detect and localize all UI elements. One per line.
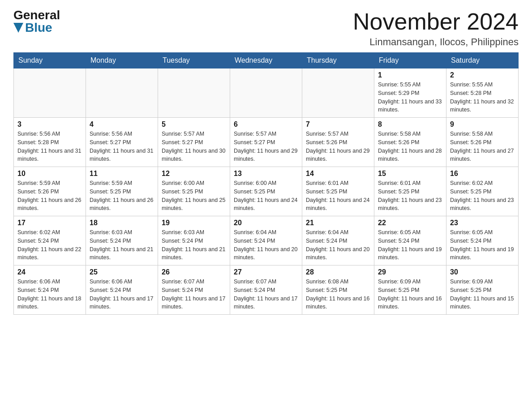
calendar-cell: 21Sunrise: 6:04 AMSunset: 5:24 PMDayligh… — [302, 216, 374, 265]
month-year-title: November 2024 — [353, 9, 519, 34]
svg-marker-0 — [13, 23, 23, 33]
calendar-cell: 6Sunrise: 5:57 AMSunset: 5:27 PMDaylight… — [230, 118, 302, 167]
calendar-cell: 3Sunrise: 5:56 AMSunset: 5:28 PMDaylight… — [14, 118, 86, 167]
day-info: Sunrise: 5:57 AMSunset: 5:26 PMDaylight:… — [306, 130, 370, 163]
weekday-header-monday: Monday — [86, 53, 158, 68]
calendar-cell: 17Sunrise: 6:02 AMSunset: 5:24 PMDayligh… — [14, 216, 86, 265]
weekday-header-thursday: Thursday — [302, 53, 374, 68]
day-info: Sunrise: 6:01 AMSunset: 5:25 PMDaylight:… — [306, 179, 370, 213]
day-number: 6 — [234, 120, 298, 128]
day-number: 5 — [162, 120, 226, 128]
calendar-cell: 8Sunrise: 5:58 AMSunset: 5:26 PMDaylight… — [374, 118, 446, 167]
logo-blue-text: Blue — [25, 21, 52, 34]
day-number: 26 — [162, 268, 226, 276]
logo: General Blue — [13, 9, 60, 34]
calendar-table: SundayMondayTuesdayWednesdayThursdayFrid… — [13, 52, 519, 315]
calendar-cell: 4Sunrise: 5:56 AMSunset: 5:27 PMDaylight… — [86, 118, 158, 167]
day-number: 20 — [234, 219, 298, 227]
calendar-cell: 9Sunrise: 5:58 AMSunset: 5:26 PMDaylight… — [446, 118, 519, 167]
day-number: 9 — [450, 120, 515, 128]
calendar-cell: 20Sunrise: 6:04 AMSunset: 5:24 PMDayligh… — [230, 216, 302, 265]
calendar-cell — [86, 68, 158, 118]
day-info: Sunrise: 5:58 AMSunset: 5:26 PMDaylight:… — [450, 130, 515, 163]
calendar-week-row: 17Sunrise: 6:02 AMSunset: 5:24 PMDayligh… — [14, 216, 519, 265]
calendar-cell — [158, 68, 230, 118]
calendar-cell: 19Sunrise: 6:03 AMSunset: 5:24 PMDayligh… — [158, 216, 230, 265]
weekday-header-saturday: Saturday — [446, 53, 519, 68]
day-number: 1 — [378, 71, 442, 79]
day-number: 15 — [378, 170, 442, 178]
day-info: Sunrise: 6:06 AMSunset: 5:24 PMDaylight:… — [17, 278, 82, 311]
weekday-header-sunday: Sunday — [14, 53, 86, 68]
calendar-cell — [14, 68, 86, 118]
calendar-week-row: 10Sunrise: 5:59 AMSunset: 5:26 PMDayligh… — [14, 167, 519, 216]
day-info: Sunrise: 6:07 AMSunset: 5:24 PMDaylight:… — [234, 278, 298, 311]
page-header: General Blue November 2024 Linmansangan,… — [13, 9, 519, 48]
weekday-header-tuesday: Tuesday — [158, 53, 230, 68]
day-info: Sunrise: 5:57 AMSunset: 5:27 PMDaylight:… — [162, 130, 226, 163]
day-info: Sunrise: 6:07 AMSunset: 5:24 PMDaylight:… — [162, 278, 226, 311]
day-number: 19 — [162, 219, 226, 227]
day-number: 11 — [90, 170, 154, 178]
day-number: 12 — [162, 170, 226, 178]
day-info: Sunrise: 6:09 AMSunset: 5:25 PMDaylight:… — [450, 278, 515, 311]
calendar-cell: 12Sunrise: 6:00 AMSunset: 5:25 PMDayligh… — [158, 167, 230, 216]
day-info: Sunrise: 6:03 AMSunset: 5:24 PMDaylight:… — [90, 228, 154, 262]
day-info: Sunrise: 5:55 AMSunset: 5:29 PMDaylight:… — [378, 81, 442, 114]
day-number: 18 — [90, 219, 154, 227]
day-info: Sunrise: 6:04 AMSunset: 5:24 PMDaylight:… — [306, 228, 370, 262]
logo-general-text: General — [13, 9, 60, 21]
day-number: 14 — [306, 170, 370, 178]
day-number: 24 — [17, 268, 82, 276]
day-info: Sunrise: 6:03 AMSunset: 5:24 PMDaylight:… — [162, 228, 226, 262]
day-number: 21 — [306, 219, 370, 227]
logo-triangle-icon — [13, 23, 23, 33]
day-info: Sunrise: 5:59 AMSunset: 5:26 PMDaylight:… — [17, 179, 82, 213]
day-info: Sunrise: 6:09 AMSunset: 5:25 PMDaylight:… — [378, 278, 442, 311]
calendar-cell: 25Sunrise: 6:06 AMSunset: 5:24 PMDayligh… — [86, 265, 158, 315]
day-info: Sunrise: 6:02 AMSunset: 5:25 PMDaylight:… — [450, 179, 515, 213]
day-number: 10 — [17, 170, 82, 178]
title-block: November 2024 Linmansangan, Ilocos, Phil… — [353, 9, 519, 48]
day-number: 29 — [378, 268, 442, 276]
calendar-cell — [230, 68, 302, 118]
calendar-cell: 29Sunrise: 6:09 AMSunset: 5:25 PMDayligh… — [374, 265, 446, 315]
calendar-cell: 1Sunrise: 5:55 AMSunset: 5:29 PMDaylight… — [374, 68, 446, 118]
calendar-cell: 24Sunrise: 6:06 AMSunset: 5:24 PMDayligh… — [14, 265, 86, 315]
day-info: Sunrise: 6:05 AMSunset: 5:24 PMDaylight:… — [450, 228, 515, 262]
day-info: Sunrise: 5:58 AMSunset: 5:26 PMDaylight:… — [378, 130, 442, 163]
day-info: Sunrise: 5:59 AMSunset: 5:25 PMDaylight:… — [90, 179, 154, 213]
day-number: 30 — [450, 268, 515, 276]
weekday-header-friday: Friday — [374, 53, 446, 68]
day-number: 7 — [306, 120, 370, 128]
calendar-cell: 7Sunrise: 5:57 AMSunset: 5:26 PMDaylight… — [302, 118, 374, 167]
calendar-cell: 22Sunrise: 6:05 AMSunset: 5:24 PMDayligh… — [374, 216, 446, 265]
calendar-cell — [302, 68, 374, 118]
day-number: 3 — [17, 120, 82, 128]
day-info: Sunrise: 6:00 AMSunset: 5:25 PMDaylight:… — [162, 179, 226, 213]
day-number: 13 — [234, 170, 298, 178]
calendar-cell: 5Sunrise: 5:57 AMSunset: 5:27 PMDaylight… — [158, 118, 230, 167]
calendar-cell: 23Sunrise: 6:05 AMSunset: 5:24 PMDayligh… — [446, 216, 519, 265]
calendar-week-row: 1Sunrise: 5:55 AMSunset: 5:29 PMDaylight… — [14, 68, 519, 118]
calendar-cell: 11Sunrise: 5:59 AMSunset: 5:25 PMDayligh… — [86, 167, 158, 216]
day-number: 23 — [450, 219, 515, 227]
day-number: 27 — [234, 268, 298, 276]
day-number: 22 — [378, 219, 442, 227]
location-subtitle: Linmansangan, Ilocos, Philippines — [353, 36, 519, 48]
calendar-cell: 30Sunrise: 6:09 AMSunset: 5:25 PMDayligh… — [446, 265, 519, 315]
day-info: Sunrise: 5:57 AMSunset: 5:27 PMDaylight:… — [234, 130, 298, 163]
calendar-header-row: SundayMondayTuesdayWednesdayThursdayFrid… — [14, 53, 519, 68]
day-number: 17 — [17, 219, 82, 227]
logo-blue-row: Blue — [13, 21, 52, 34]
day-number: 2 — [450, 71, 515, 79]
calendar-cell: 26Sunrise: 6:07 AMSunset: 5:24 PMDayligh… — [158, 265, 230, 315]
day-info: Sunrise: 6:00 AMSunset: 5:25 PMDaylight:… — [234, 179, 298, 213]
day-info: Sunrise: 5:56 AMSunset: 5:27 PMDaylight:… — [90, 130, 154, 163]
weekday-header-wednesday: Wednesday — [230, 53, 302, 68]
day-info: Sunrise: 6:01 AMSunset: 5:25 PMDaylight:… — [378, 179, 442, 213]
calendar-week-row: 24Sunrise: 6:06 AMSunset: 5:24 PMDayligh… — [14, 265, 519, 315]
day-number: 28 — [306, 268, 370, 276]
calendar-cell: 13Sunrise: 6:00 AMSunset: 5:25 PMDayligh… — [230, 167, 302, 216]
calendar-cell: 27Sunrise: 6:07 AMSunset: 5:24 PMDayligh… — [230, 265, 302, 315]
